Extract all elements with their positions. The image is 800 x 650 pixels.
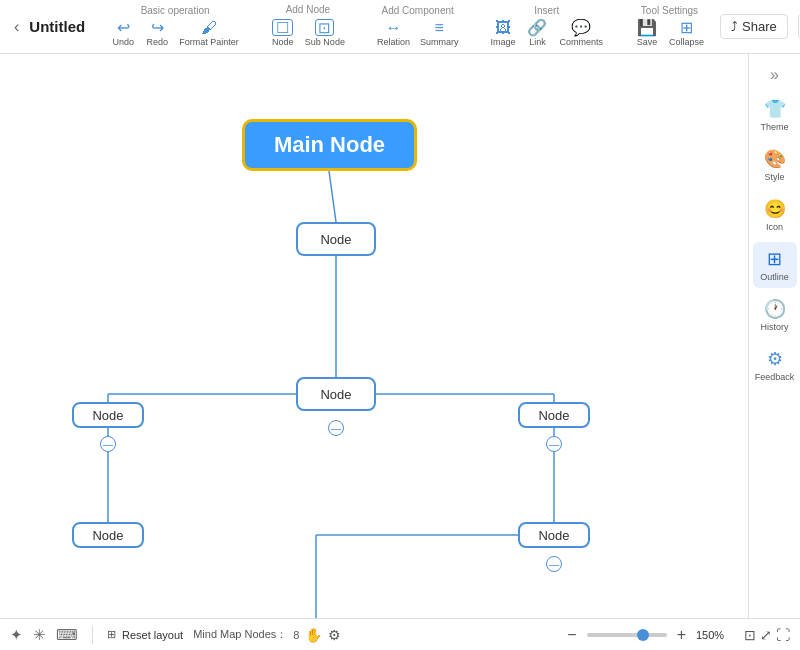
node-count-info: Mind Map Nodes： 8 ✋ ⚙ (193, 627, 341, 643)
undo-icon: ↩ (117, 20, 130, 36)
link-icon: 🔗 (527, 20, 547, 36)
redo-button[interactable]: ↪ Redo (141, 18, 173, 49)
layout-info: ⊞ Reset layout (107, 628, 183, 641)
fit-icon[interactable]: ⊡ (744, 627, 756, 643)
toolbar-group-label-addnode: Add Node (286, 4, 330, 15)
node-4[interactable]: Node (518, 402, 590, 428)
panel-theme[interactable]: 👕 Theme (753, 92, 797, 138)
node-1[interactable]: Node (296, 222, 376, 256)
panel-icon[interactable]: 😊 Icon (753, 192, 797, 238)
format-painter-label: Format Painter (179, 37, 239, 47)
zoom-level: 150% (696, 629, 730, 641)
save-button[interactable]: 💾 Save (631, 18, 663, 49)
toolbar-basic-operation: Basic operation ↩ Undo ↪ Redo 🖌 Format P… (107, 5, 243, 49)
hand-icon[interactable]: ✋ (305, 627, 322, 643)
right-panel: » 👕 Theme 🎨 Style 😊 Icon ⊞ Outline 🕐 His… (748, 54, 800, 618)
zoom-slider[interactable] (587, 633, 667, 637)
svg-line-0 (329, 171, 336, 222)
bottombar: ✦ ✳ ⌨ ⊞ Reset layout Mind Map Nodes： 8 ✋… (0, 618, 800, 650)
collapse-button[interactable]: ⊞ Collapse (665, 18, 708, 49)
main-node[interactable]: Main Node (242, 119, 417, 171)
undo-button[interactable]: ↩ Undo (107, 18, 139, 49)
settings2-icon[interactable]: ⚙ (328, 627, 341, 643)
redo-icon: ↪ (151, 20, 164, 36)
outline-icon: ⊞ (767, 248, 782, 270)
collapse-btn-3[interactable]: — (100, 436, 116, 452)
node-6[interactable]: Node (518, 522, 590, 548)
subnode-label: Sub Node (305, 37, 345, 47)
add-subnode-button[interactable]: ⊡ Sub Node (301, 17, 349, 49)
share-button[interactable]: ⤴ Share (720, 14, 788, 39)
panel-outline[interactable]: ⊞ Outline (753, 242, 797, 288)
topbar: ‹ Untitled Basic operation ↩ Undo ↪ Redo… (0, 0, 800, 54)
collapse-panel-button[interactable]: » (766, 62, 783, 88)
summary-button[interactable]: ≡ Summary (416, 18, 463, 49)
node-4-label: Node (538, 408, 569, 423)
toolbar-group-label-addcomp: Add Component (382, 5, 454, 16)
style-label: Style (764, 172, 784, 182)
expand-icon[interactable]: ⛶ (776, 627, 790, 643)
toolbar-group-label-basic: Basic operation (141, 5, 210, 16)
format-painter-button[interactable]: 🖌 Format Painter (175, 18, 243, 49)
save-label: Save (637, 37, 658, 47)
main-area: Main Node Node Node — Node — Node — Node… (0, 54, 800, 618)
relation-label: Relation (377, 37, 410, 47)
history-label: History (760, 322, 788, 332)
relation-button[interactable]: ↔ Relation (373, 18, 414, 49)
icon-icon: 😊 (764, 198, 786, 220)
panel-style[interactable]: 🎨 Style (753, 142, 797, 188)
node-6-label: Node (538, 528, 569, 543)
node-label: Node (272, 37, 294, 47)
toolbar-insert: Insert 🖼 Image 🔗 Link 💬 Comments (486, 5, 607, 49)
collapse-btn-4[interactable]: — (546, 436, 562, 452)
toolbar-add-node: Add Node ☐ Node ⊡ Sub Node (267, 4, 349, 49)
relation-icon: ↔ (385, 20, 401, 36)
share-icon: ⤴ (731, 19, 738, 34)
node-count: 8 (293, 629, 299, 641)
undo-label: Undo (113, 37, 135, 47)
node-5[interactable]: Node (72, 522, 144, 548)
node-3-label: Node (92, 408, 123, 423)
theme-label: Theme (760, 122, 788, 132)
keyboard-icon[interactable]: ⌨ (56, 626, 78, 644)
toolbar-group-label-insert: Insert (534, 5, 559, 16)
share-label: Share (742, 19, 777, 34)
toolbar-group-label-tools: Tool Settings (641, 5, 698, 16)
redo-label: Redo (147, 37, 169, 47)
link-button[interactable]: 🔗 Link (521, 18, 553, 49)
image-icon: 🖼 (495, 20, 511, 36)
node-5-label: Node (92, 528, 123, 543)
format-painter-icon: 🖌 (201, 20, 217, 36)
page-title: Untitled (29, 18, 99, 35)
sun-icon[interactable]: ✦ (10, 626, 23, 644)
image-button[interactable]: 🖼 Image (486, 18, 519, 49)
reset-layout-label[interactable]: Reset layout (122, 629, 183, 641)
comments-label: Comments (559, 37, 603, 47)
panel-feedback[interactable]: ⚙ Feedback (753, 342, 797, 388)
canvas[interactable]: Main Node Node Node — Node — Node — Node… (0, 54, 748, 618)
node-2-label: Node (320, 387, 351, 402)
node-3[interactable]: Node (72, 402, 144, 428)
collapse-btn-6[interactable]: — (546, 556, 562, 572)
panel-history[interactable]: 🕐 History (753, 292, 797, 338)
zoom-out-button[interactable]: − (563, 626, 580, 644)
history-icon: 🕐 (764, 298, 786, 320)
node-icon: ☐ (272, 19, 293, 36)
collapse-btn-2[interactable]: — (328, 420, 344, 436)
comments-icon: 💬 (571, 20, 591, 36)
zoom-in-button[interactable]: + (673, 626, 690, 644)
node-2[interactable]: Node (296, 377, 376, 411)
style-icon: 🎨 (764, 148, 786, 170)
outline-label: Outline (760, 272, 789, 282)
layout-icon: ⊞ (107, 628, 116, 641)
subnode-icon: ⊡ (315, 19, 334, 36)
feedback-label: Feedback (755, 372, 795, 382)
bottom-sep1 (92, 626, 93, 644)
image-label: Image (490, 37, 515, 47)
settings-icon[interactable]: ✳ (33, 626, 46, 644)
fullscreen-icon[interactable]: ⤢ (760, 627, 772, 643)
collapse-label: Collapse (669, 37, 704, 47)
add-node-button[interactable]: ☐ Node (267, 17, 299, 49)
comments-button[interactable]: 💬 Comments (555, 18, 607, 49)
nav-back-icon[interactable]: ‹ (8, 14, 25, 40)
